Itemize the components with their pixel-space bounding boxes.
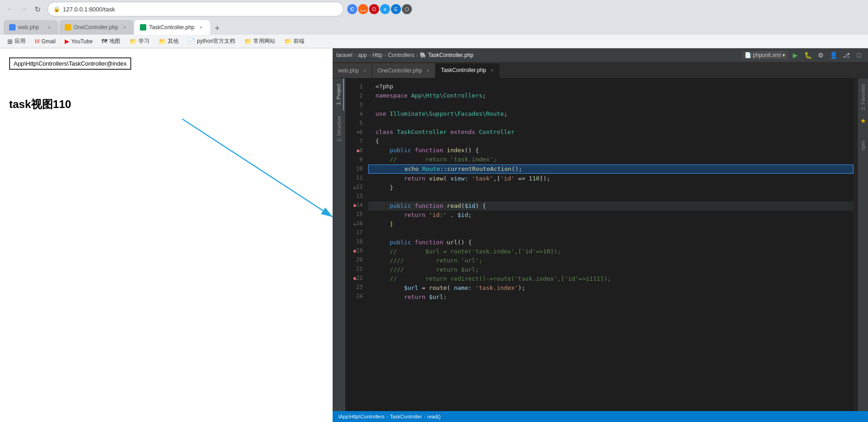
- new-tab-button[interactable]: +: [211, 22, 224, 35]
- ide-right-panel: 2: Favorites ★ npm: [858, 78, 868, 411]
- bookmark-youtube[interactable]: ▶ YouTube: [61, 37, 96, 46]
- bookmark-frontend[interactable]: 📁 前端: [281, 36, 308, 46]
- bookmark-python[interactable]: 📄 python官方文档: [184, 36, 239, 46]
- url-text: 127.0.0.1:8000/task: [63, 6, 115, 13]
- ide-left-panel: 1: Project 2: Structure: [333, 78, 345, 411]
- bookmark-other[interactable]: 📁 其他: [155, 36, 182, 46]
- linenum-9: 9: [345, 155, 368, 164]
- tab2-close[interactable]: ×: [121, 24, 128, 31]
- tab1-favicon: [9, 24, 15, 31]
- ide-titlebar: laravel › app › Http › Controllers › 🐘 T…: [333, 48, 868, 62]
- code-line-15: return 'id:' . $id;: [368, 211, 853, 220]
- browser-tab-2[interactable]: OneController.php ×: [59, 20, 134, 35]
- tab3-label: TaskController.php: [149, 24, 194, 31]
- linenum-20: 20: [345, 255, 368, 264]
- bookmark-youtube-label: YouTube: [71, 38, 92, 45]
- linenum-3: 3: [345, 100, 368, 109]
- ide-statusbar: \App\Http\Controllers › TaskController ›…: [333, 411, 868, 422]
- svg-line-1: [182, 119, 333, 217]
- linenum-15: 15: [345, 210, 368, 219]
- ide-tab-task-label: TaskController.php: [441, 67, 486, 73]
- git-button[interactable]: ⎇: [841, 50, 852, 61]
- bookmark-apps-label: 应用: [15, 37, 26, 45]
- bookmark-gmail[interactable]: M Gmail: [31, 37, 59, 46]
- breadcrumb-http: Http: [372, 52, 382, 58]
- code-line-2: namespace App\Http\Controllers;: [368, 91, 853, 100]
- code-line-1: <?php: [368, 82, 853, 91]
- linenum-1: 1: [345, 82, 368, 91]
- forward-button[interactable]: →: [17, 3, 30, 15]
- linenum-5: 5: [345, 118, 368, 128]
- main-area: App\Http\Controllers\TaskController@inde…: [0, 48, 868, 422]
- ide-tab-one[interactable]: OneController.php ×: [372, 63, 436, 78]
- code-line-7: {: [368, 137, 853, 146]
- code-line-8: public function index() {: [368, 146, 853, 155]
- ide-tab-one-close[interactable]: ×: [426, 68, 429, 73]
- debug-button[interactable]: 🐛: [802, 50, 813, 61]
- ide-tab-web-close[interactable]: ×: [363, 68, 366, 73]
- browser-content: App\Http\Controllers\TaskController@inde…: [0, 48, 333, 422]
- back-button[interactable]: ←: [4, 3, 16, 15]
- address-bar[interactable]: 🔒 127.0.0.1:8000/task: [47, 2, 344, 16]
- ide-tab-task[interactable]: TaskController.php ×: [436, 63, 500, 78]
- edge-ext-icon[interactable]: E: [391, 4, 401, 14]
- browser-tab-3[interactable]: TaskController.php ×: [134, 20, 210, 35]
- extension-icons: C 🦊 O e E ⬡: [347, 4, 412, 14]
- linenum-16: ▲16: [345, 219, 368, 228]
- annotation-text: App\Http\Controllers\TaskController@inde…: [14, 60, 127, 67]
- page-main-text: task视图110: [9, 97, 324, 112]
- panel-favorites[interactable]: 2: Favorites: [858, 78, 868, 115]
- code-line-18: public function url() {: [368, 238, 853, 247]
- linenum-6: ▼6: [345, 128, 368, 137]
- bookmark-study-label: 学习: [139, 37, 149, 45]
- linenum-11: 11: [345, 173, 368, 182]
- browser-tabs: web.php × OneController.php × TaskContro…: [0, 18, 868, 35]
- ide-tab-web[interactable]: web.php ×: [333, 63, 372, 78]
- code-line-19: // $url = route('task.index',['id'=>10])…: [368, 247, 853, 256]
- opera2-ext-icon[interactable]: ⬡: [402, 4, 412, 14]
- bookmark-common-label: 常用网站: [253, 37, 275, 45]
- statusbar-breadcrumb: \App\Http\Controllers › TaskController ›…: [338, 414, 441, 419]
- breadcrumb-sep3: ›: [384, 52, 386, 58]
- breadcrumb-file: 🐘 TaskController.php: [420, 52, 473, 58]
- ie-ext-icon[interactable]: e: [380, 4, 390, 14]
- lock-icon: 🔒: [53, 6, 60, 12]
- coverage-button[interactable]: ⚙: [815, 50, 826, 61]
- statusbar-path1: \App\Http\Controllers: [338, 414, 385, 419]
- bookmark-maps[interactable]: 🗺 地图: [98, 36, 124, 46]
- favorites-star[interactable]: ★: [858, 115, 868, 126]
- profile-button[interactable]: 👤: [828, 50, 839, 61]
- reload-button[interactable]: ↻: [31, 3, 44, 15]
- tab3-favicon: [140, 24, 146, 31]
- panel-project[interactable]: 1: Project: [334, 78, 344, 110]
- panel-structure[interactable]: 2: Structure: [334, 110, 344, 147]
- breadcrumb-app: app: [358, 52, 367, 58]
- bookmark-study[interactable]: 📁 学习: [126, 36, 153, 46]
- tab2-favicon: [65, 24, 71, 31]
- tab3-close[interactable]: ×: [197, 24, 205, 31]
- config-dropdown[interactable]: 📄 phpunit.xml ▾: [742, 51, 788, 59]
- code-line-12: }: [368, 183, 853, 192]
- linenum-2: 2: [345, 91, 368, 100]
- code-line-11: return view( view: 'task',['id' => 110])…: [368, 174, 853, 183]
- bookmark-common[interactable]: 📁 常用网站: [241, 36, 279, 46]
- ide-tab-task-close[interactable]: ×: [491, 67, 493, 73]
- chrome-ext-icon[interactable]: C: [347, 4, 357, 14]
- code-minimap[interactable]: [853, 78, 858, 411]
- panel-npm[interactable]: npm: [858, 135, 868, 156]
- breadcrumb-laravel: laravel: [336, 52, 352, 58]
- run-button[interactable]: ▶: [790, 50, 801, 61]
- code-line-6: class TaskController extends Controller: [368, 128, 853, 137]
- linenum-22: ●22: [345, 273, 368, 283]
- ide-tab-one-label: OneController.php: [378, 67, 422, 74]
- bookmark-apps[interactable]: ⊞ 应用: [4, 36, 29, 46]
- bookmark-maps-label: 地图: [109, 37, 120, 45]
- firefox-ext-icon[interactable]: 🦊: [358, 4, 368, 14]
- opera-ext-icon[interactable]: O: [369, 4, 379, 14]
- nav-buttons: ← → ↻: [4, 3, 44, 15]
- bookmark-python-label: python官方文档: [197, 37, 235, 45]
- maximize-button[interactable]: □: [853, 50, 864, 61]
- tab1-close[interactable]: ×: [46, 24, 53, 31]
- linenum-13: 13: [345, 191, 368, 201]
- browser-tab-1[interactable]: web.php ×: [4, 20, 58, 35]
